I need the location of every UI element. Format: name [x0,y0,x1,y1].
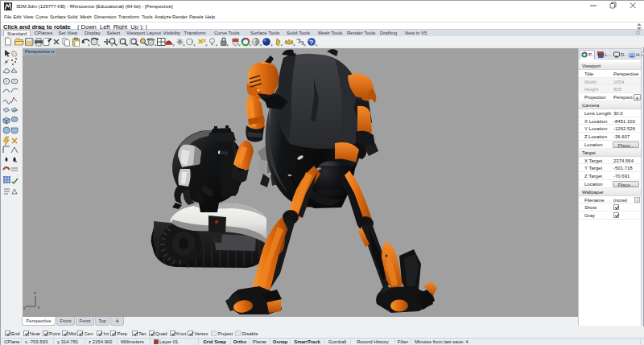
svg-text:x: x [38,305,40,310]
svg-text:?: ? [310,39,314,46]
svg-text:y: y [23,305,26,310]
svg-text:z: z [34,290,36,295]
